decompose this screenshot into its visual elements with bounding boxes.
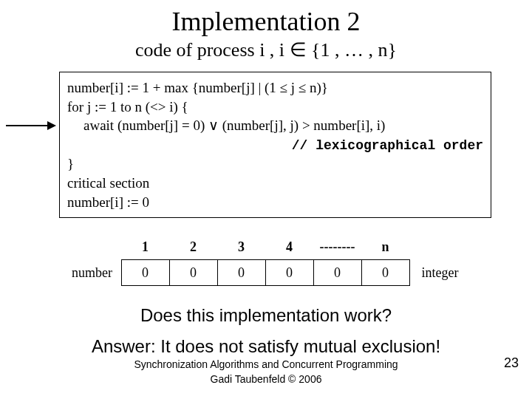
array-cell: 0 (361, 260, 409, 286)
array-cell: 0 (313, 260, 361, 286)
code-comment: // lexicographical order (292, 138, 483, 153)
footer-line: Gadi Taubenfeld © 2006 (0, 373, 532, 386)
page-number: 23 (504, 355, 519, 371)
array-cell: 0 (121, 260, 169, 286)
code-line: number[i] := 1 + max {number[j] | (1 ≤ j… (67, 78, 483, 98)
array-header: 3 (217, 234, 265, 260)
array-cell: 0 (169, 260, 217, 286)
code-line: for j := 1 to n (<> i) { (67, 98, 483, 117)
array-header: -------- (313, 234, 361, 260)
slide-title: Implementation 2 (0, 6, 532, 37)
array-header: 2 (169, 234, 217, 260)
array-diagram: 1 2 3 4 -------- n number 0 0 0 0 0 0 in… (0, 234, 532, 286)
array-header: 4 (265, 234, 313, 260)
array-cell: 0 (265, 260, 313, 286)
code-line: number[i] := 0 (67, 193, 483, 212)
array-header: n (361, 234, 409, 260)
question-text: Does this implementation work? (0, 305, 532, 326)
answer-text: Answer: It does not satisfy mutual exclu… (0, 336, 532, 357)
code-line: } (67, 154, 483, 174)
code-line: critical section (67, 174, 483, 193)
array-label: number (69, 260, 122, 286)
arrow-icon (6, 118, 56, 132)
array-cell: 0 (217, 260, 265, 286)
array-header: 1 (121, 234, 169, 260)
array-type: integer (409, 260, 464, 286)
slide-subtitle: code of process i , i ∈ {1 , … , n} (0, 38, 532, 61)
footer-line: Synchronization Algorithms and Concurren… (0, 358, 532, 372)
code-box: number[i] := 1 + max {number[j] | (1 ≤ j… (59, 72, 491, 218)
code-line: await (number[j] = 0) ∨ (number[j], j) >… (67, 116, 483, 135)
